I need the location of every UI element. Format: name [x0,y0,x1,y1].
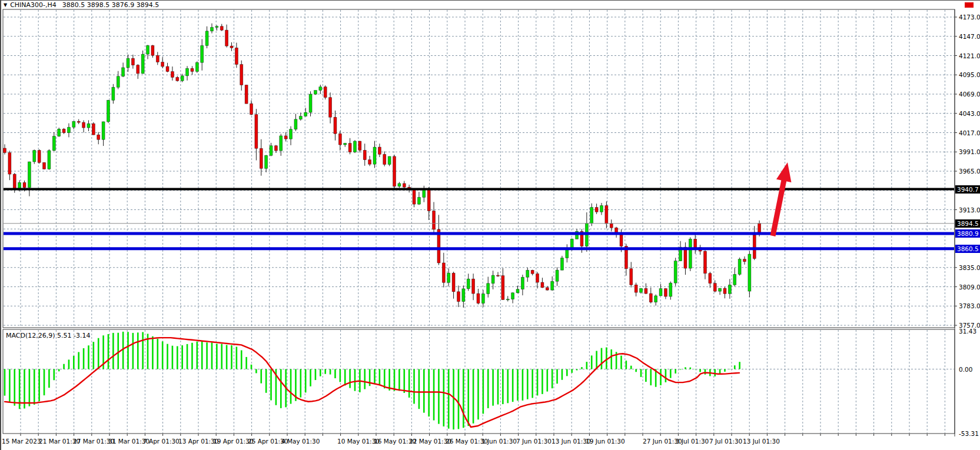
candle-body-up [590,208,593,224]
macd-histogram-bar [48,369,50,388]
candle-body-down [77,121,80,122]
macd-axis-label: 31.43 [959,328,976,335]
candle-body-up [551,281,554,290]
candle-body-up [102,122,105,139]
candle-body-down [23,182,26,188]
macd-histogram-bar [531,369,533,398]
candle-body-down [368,160,371,165]
macd-histogram-bar [675,369,676,374]
macd-histogram-bar [477,369,479,420]
candle-body-up [659,289,662,296]
candle-body-down [649,294,652,302]
candle-body-down [541,282,544,288]
macd-histogram-bar [635,369,637,372]
macd-histogram-bar [729,369,731,370]
candle-body-down [348,144,351,152]
macd-histogram-bar [680,369,682,370]
candle-body-down [92,124,95,135]
macd-histogram-bar [231,345,232,369]
candle-body-down [82,122,85,128]
candle-body-up [521,277,524,289]
candle-body-down [171,72,174,78]
candle-body-up [689,239,692,268]
price-axis-label: 3835.0 [959,264,980,271]
candle-body-up [186,68,189,76]
macd-histogram-bar [660,369,662,385]
price-axis-label: 3783.0 [959,302,980,309]
candle-body-up [87,124,90,128]
time-axis-label: 19 Jun 01:30 [586,438,625,445]
candle-body-up [181,76,184,81]
macd-histogram-bar [14,369,15,406]
candle-body-down [43,162,46,169]
candle-body-down [703,251,706,274]
candle-body-down [8,153,11,175]
candle-body-up [58,129,61,136]
macd-histogram-bar [54,369,55,381]
macd-histogram-bar [221,344,222,369]
macd-histogram-bar [601,348,603,369]
candle-body-up [18,182,21,189]
macd-indicator-label: MACD(12,26,9) 5.51 -3.14 [6,332,91,339]
candle-body-up [447,273,450,282]
candle-body-down [245,85,248,104]
macd-histogram-bar [58,369,60,372]
macd-histogram-bar [245,357,247,369]
candle-body-down [176,77,179,81]
candle-body-down [235,48,238,64]
macd-histogram-bar [413,369,415,404]
candle-body-down [334,117,337,134]
candle-body-down [220,26,223,30]
candle-body-up [566,249,569,258]
time-axis-label: 7 Jul 01:30 [709,438,742,445]
macd-histogram-bar [181,345,183,369]
macd-histogram-bar [344,369,346,386]
price-pane[interactable] [3,9,955,328]
candle-body-up [122,68,125,76]
candle-body-up [28,162,31,188]
candle-body-down [97,135,100,139]
candle-body-up [467,279,470,289]
macd-histogram-bar [152,336,154,369]
candle-body-down [709,274,712,284]
macd-histogram-bar [423,369,425,413]
time-axis-label: 13 Jul 01:30 [743,438,780,445]
macd-histogram-bar [73,356,75,369]
price-axis-label: 3965.0 [959,168,980,175]
candle-body-up [373,147,376,164]
macd-histogram-bar [255,369,257,374]
macd-histogram-bar [581,367,583,369]
macd-histogram-bar [132,333,134,369]
time-axis-label: 1 Jun 01:30 [481,438,517,445]
macd-histogram-bar [650,369,652,386]
candle-body-down [403,184,406,187]
candle-body-down [191,68,194,71]
macd-axis-label: 0.00 [959,366,972,373]
candle-body-down [713,284,716,292]
candle-body-down [151,45,154,55]
candle-body-up [560,258,563,271]
macd-histogram-bar [705,369,706,375]
macd-histogram-bar [566,369,568,376]
macd-values-label: 5.51 -3.14 [57,332,90,339]
macd-histogram-bar [418,369,420,409]
macd-histogram-bar [310,369,311,386]
macd-histogram-bar [438,369,440,424]
candle-body-up [748,254,751,291]
macd-histogram-bar [739,362,740,369]
macd-histogram-bar [522,369,524,401]
macd-histogram-bar [690,368,692,369]
candle-body-down [329,98,332,118]
macd-histogram-bar [630,366,632,369]
candle-body-down [413,190,416,204]
macd-histogram-bar [226,345,228,369]
candle-body-down [13,174,16,189]
candle-body-up [398,184,401,186]
macd-histogram-bar [187,344,188,369]
time-axis-label: 15 Mar 2023 [2,438,41,445]
macd-histogram-bar [167,344,168,369]
chart-canvas[interactable] [0,0,980,450]
candle-body-down [694,239,697,247]
candle-body-down [4,148,6,153]
macd-histogram-bar [236,346,238,369]
